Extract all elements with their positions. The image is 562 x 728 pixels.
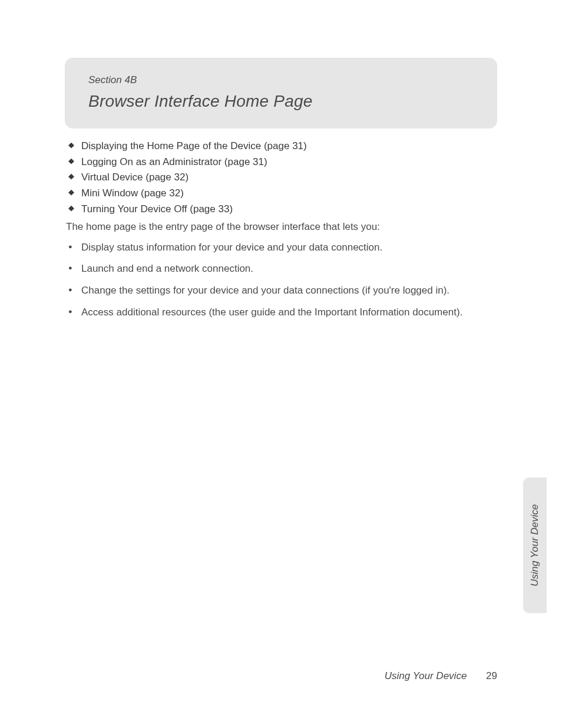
feature-item: Access additional resources (the user gu…	[68, 305, 497, 320]
section-title: Browser Interface Home Page	[88, 92, 474, 111]
feature-item: Change the settings for your device and …	[68, 284, 497, 298]
toc-item-text: Displaying the Home Page of the Device (…	[81, 140, 307, 151]
toc-item: Displaying the Home Page of the Device (…	[68, 139, 497, 154]
feature-item: Display status information for your devi…	[68, 241, 497, 255]
toc-item: Mini Window (page 32)	[68, 186, 497, 201]
section-header-box: Section 4B Browser Interface Home Page	[65, 58, 497, 129]
side-tab: Using Your Device	[523, 477, 547, 613]
page-footer: Using Your Device 29	[385, 670, 497, 682]
toc-list: Displaying the Home Page of the Device (…	[68, 139, 497, 216]
toc-item: Virtual Device (page 32)	[68, 170, 497, 185]
intro-paragraph: The home page is the entry page of the b…	[66, 220, 497, 235]
toc-item-text: Logging On as an Administrator (page 31)	[81, 156, 267, 167]
footer-section-label: Using Your Device	[385, 670, 467, 681]
toc-item-text: Mini Window (page 32)	[81, 187, 184, 199]
feature-list: Display status information for your devi…	[68, 241, 497, 320]
document-page: Section 4B Browser Interface Home Page D…	[0, 0, 562, 728]
toc-item: Turning Your Device Off (page 33)	[68, 202, 497, 217]
toc-item: Logging On as an Administrator (page 31)	[68, 155, 497, 170]
toc-item-text: Virtual Device (page 32)	[81, 172, 189, 183]
section-label: Section 4B	[88, 74, 474, 86]
feature-item: Launch and end a network connection.	[68, 262, 497, 276]
footer-page-number: 29	[486, 670, 497, 681]
toc-item-text: Turning Your Device Off (page 33)	[81, 203, 233, 215]
side-tab-label: Using Your Device	[529, 504, 541, 587]
